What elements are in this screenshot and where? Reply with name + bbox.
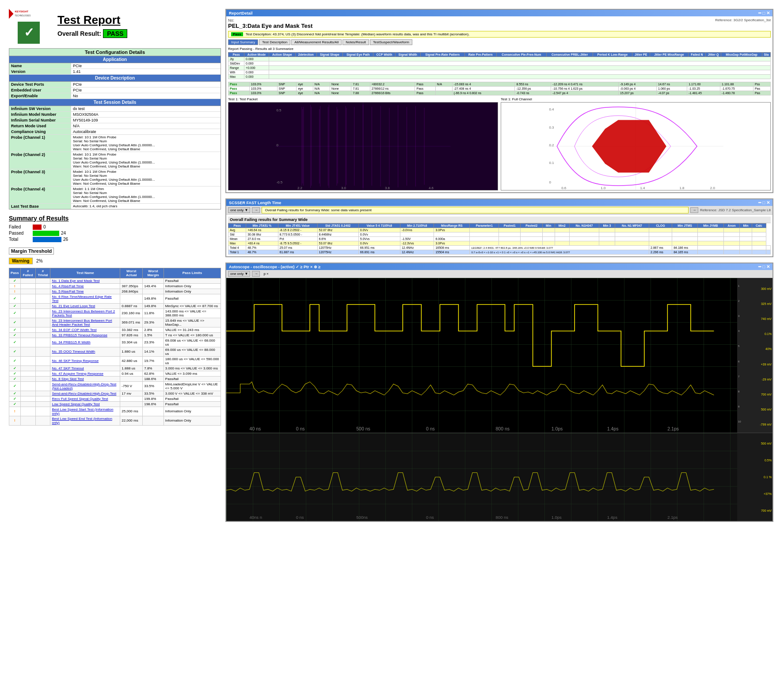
svg-text:0: 0 (549, 180, 551, 184)
svg-text:1.0ps: 1.0ps (552, 426, 563, 431)
test-r3-sig: N/A (313, 91, 330, 95)
table-row: ✓ No. 47 SKP Timeout 1.888 us 7.8% 3.000… (9, 365, 221, 371)
serial-toolbar-one-only[interactable]: one only ▼ (228, 207, 250, 213)
scope-title: Autoscope - oscilloscope - (active) ✓ ≥ … (229, 265, 320, 269)
svg-marker-0 (9, 9, 14, 19)
detail-tabs[interactable]: Input Summary Test Description All/Measu… (228, 39, 771, 45)
test-r3-status: Pass (415, 91, 435, 95)
val-stddev: 0.000 (244, 61, 269, 66)
svg-text:1.0ps: 1.0ps (552, 515, 562, 520)
report-title: Test Report (57, 13, 221, 27)
test-r1-m2: 8.553 ns (515, 82, 551, 87)
serial-data-table: Pass Min JTA51 % Min JT451 Value Std JTA… (228, 223, 771, 255)
passed-bar (33, 231, 59, 236)
test-r2-m3: -10.756 ns 4 1.623 ps (551, 87, 619, 91)
summary-bar: Pass Test Description: 43.374, US (3) Di… (228, 31, 771, 38)
scope-meas-2: 2 325 mV (738, 300, 772, 305)
serial-toolbar-nav[interactable]: → (252, 207, 260, 213)
report-detail-titlebar: ReportDetail ━ □ ✕ (226, 10, 773, 16)
eye-data-header: Pass Active Mode Action Shape 2detection… (228, 53, 771, 57)
passed-count: 24 (61, 231, 70, 236)
overall-result-label: Overall Result: (57, 30, 101, 37)
tab-results[interactable]: All/Measurement Results/All (291, 39, 342, 45)
svg-text:KEYSIGHT: KEYSIGHT (15, 10, 29, 13)
col-sta: Sta (762, 53, 770, 57)
count-row-passed: Passed 24 (9, 231, 221, 236)
table-row: ✓ Send-and-Recv-Disabled-High-Drop-Test … (9, 391, 221, 396)
test-r3-pass: Pass (228, 91, 250, 95)
svg-text:500ns: 500ns (356, 515, 368, 520)
col-pass: Pass (228, 53, 244, 57)
test-r1-det: eye (297, 82, 313, 87)
scope-toolbar[interactable]: one only ▼ → p × (226, 270, 773, 278)
eye-data-table: Pass Active Mode Action Shape 2detection… (228, 52, 771, 79)
results-table-header-row: Pass # Failed # Trivial Test Name Worst … (9, 268, 221, 278)
table-row: ✓ No. 6 Rise-Time/Measured Edge Rate Tes… (9, 294, 221, 303)
test-r2-w: 7.81 (351, 87, 370, 91)
scope-meas-4: 4 0.1% (738, 330, 772, 335)
config-row-return: Return Mode Used N/A (9, 123, 221, 129)
val-wth: 0.000 (244, 70, 269, 75)
col-signal-pre: Signal Pre-Rate Pattern (420, 53, 464, 57)
metric-wth: Wth (228, 70, 244, 75)
metric-stddev: StdDev (228, 61, 244, 66)
scope-bottom-meas-3: 0.1 % (738, 476, 772, 479)
eye-svg-purple: 0.5 0 -0.5 2.2 3.0 3.8 4.6 (228, 103, 498, 190)
serial-row-mean: Mean 27.8.0 ns Pct 6.6% 5.0Vvs -1.50V 6.… (228, 237, 771, 241)
config-row-probe2: Probe (Channel 2) Model: 10:1 1M Ohm Pro… (9, 152, 221, 169)
svg-text:1.4: 1.4 (640, 186, 645, 190)
test-r2-m2: -12.356 ps (515, 87, 551, 91)
svg-text:3.0: 3.0 (341, 186, 346, 190)
header-area: KEYSIGHT TECHNOLOGIES ✓ Test Report Over… (9, 9, 221, 44)
scope-one-only-btn[interactable]: one only ▼ (228, 271, 250, 277)
table-row: ✓ No. 34 EOF COP Width Test 33.382 ms 2.… (9, 327, 221, 332)
serial-overall-title: Overall Failing results for Summary Wide (228, 217, 771, 223)
scope-meas-9: 9 500 mV (738, 405, 772, 411)
title-area: Test Report Overall Result: PASS (57, 9, 221, 38)
right-panel: ReportDetail ━ □ ✕ No: PEL_3:Data Eye an… (225, 9, 773, 522)
total-label: Total (9, 237, 31, 242)
scope-meas-8: 8 700 mV (738, 390, 772, 396)
tab-notes[interactable]: Notes/Result (343, 39, 369, 45)
test-r2-status: Pass (415, 87, 435, 91)
table-row: ✓ No. 8 Stop Skid Test 188.6% Pass/fail (9, 376, 221, 381)
tab-test-desc[interactable]: Test Description (259, 39, 290, 45)
col-jitter-pe2: Jitter PE MissRange (650, 53, 688, 57)
serial-row-avg: Avg +46.64 ns -8.15 8 2.0502 - 52.07 8hz… (228, 228, 771, 232)
table-row: ! Best Low Speed End Test (Information o… (9, 416, 221, 425)
test-r1-m3: -12.209 ns 4 0.471 ns (551, 82, 619, 87)
val-max: 0.000 (244, 75, 269, 79)
scope-meas-7: 7 -29 mV (738, 375, 772, 381)
col-consec1: Consecutive Pie-Free-Num (496, 53, 546, 57)
report-detail-title-label: ReportDetail (229, 11, 253, 15)
table-row: ✓ No. 33 PRBS15 Timeout Response 97.826 … (9, 332, 221, 338)
table-row: ! No. 5 Rise/Fall Time 268.840ps Informa… (9, 289, 221, 294)
test-pass-row-2: Pass 103.0% SNP eye N/A None 7.81 27666/… (228, 87, 771, 91)
col-jitter-q: Jitter Q (705, 53, 721, 57)
test-r2-m7: -1.670.75 (720, 87, 754, 91)
col-detection: 2detection (295, 53, 316, 57)
serial-window-controls: ━ □ ✕ (758, 200, 770, 205)
test-r2-m5: 1.060 ps (657, 87, 687, 91)
svg-text:-0.5: -0.5 (276, 180, 282, 184)
test-r1-m8: Pss (753, 82, 770, 87)
serial-row-total1: Total 1 48.7% 61.887 ms 120T5Hz 66.891 m… (228, 250, 771, 255)
scope-nav-btn[interactable]: → (252, 271, 260, 277)
test-r3-m4: 15.207 ps (619, 91, 657, 95)
config-row-model: Infiniium Model Number MSOX92504A (9, 112, 221, 118)
tab-suspect[interactable]: TestSuspect/Waveform (370, 39, 412, 45)
eye-metric-row-jty: Jty 0.000 (228, 57, 771, 61)
test-r3-w: 7.88 (351, 91, 370, 95)
table-row: ✓ Recv Full Speed Signal Quality Test 19… (9, 396, 221, 401)
scope-titlebar: Autoscope - oscilloscope - (active) ✓ ≥ … (226, 263, 773, 270)
svg-text:0 ns: 0 ns (296, 426, 305, 431)
serial-toolbar[interactable]: one only ▼ → Overall Failing results for… (226, 206, 773, 215)
table-row: ✓ No. 35 OOO Timeout Width 1.880 us 14.1… (9, 347, 221, 356)
scope-meas-5: 5 40% (738, 345, 772, 350)
tab-input-summary[interactable]: Input Summary (228, 39, 258, 45)
test-pass-row-1: Pass 103.0% SNP eye N/A None 7.81 +80032… (228, 82, 771, 87)
serial-toolbar-ok[interactable]: → (690, 207, 698, 213)
test-r2-m4: -0.063 ps 4 (619, 87, 657, 91)
scope-meas-6: 6 +39 mV (738, 360, 772, 366)
serial-row-total4: Total 4 48.7% 25.07 ms 120T5Hz 66.951 ms… (228, 246, 771, 250)
